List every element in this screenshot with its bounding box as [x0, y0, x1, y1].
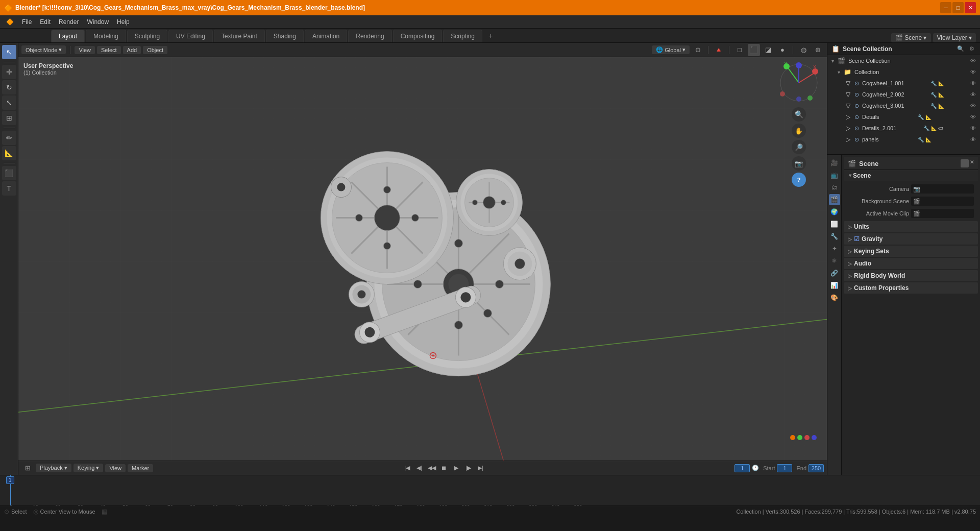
playback-button[interactable]: Playback ▾	[36, 464, 71, 472]
keying-button[interactable]: Keying ▾	[74, 464, 104, 472]
prop-tab-constraints[interactable]: 🔗	[829, 268, 840, 279]
outliner-item-cogwheel-1[interactable]: ▽ ⊙ Cogwheel_1.001 🔧 📐 👁	[827, 78, 980, 89]
gizmos-button[interactable]: ⊕	[812, 44, 824, 56]
menu-file[interactable]: File	[18, 17, 36, 27]
jump-to-start-button[interactable]: |◀	[402, 463, 412, 473]
tab-shading[interactable]: Shading	[266, 30, 304, 42]
tab-rendering[interactable]: Rendering	[348, 30, 391, 42]
outliner-item-panels[interactable]: ▷ ⊙ panels 🔧 📐 👁	[827, 134, 980, 145]
zoom-view-button[interactable]: 🔎	[792, 140, 806, 154]
view-menu-button[interactable]: View	[75, 46, 95, 54]
scene-collection-vis[interactable]: 👁	[970, 58, 976, 64]
prop-tab-view-layer[interactable]: 🗂	[829, 182, 840, 193]
keying-sets-header[interactable]: ▷ Keying Sets	[844, 246, 978, 257]
tool-transform[interactable]: ⊞	[2, 111, 16, 125]
outliner-item-details[interactable]: ▷ ⊙ Details 🔧 📐 👁	[827, 111, 980, 123]
tool-add-text[interactable]: T	[2, 181, 16, 196]
tool-measure[interactable]: 📐	[2, 146, 16, 160]
outliner-item-details2[interactable]: ▷ ⊙ Details_2.001 🔧 📐 🏷 👁	[827, 123, 980, 134]
pan-view-button[interactable]: ✋	[792, 124, 806, 138]
tool-scale[interactable]: ⤡	[2, 95, 16, 110]
object-menu-button[interactable]: Object	[143, 46, 167, 54]
prop-tab-scene[interactable]: 🎬	[829, 194, 840, 205]
jump-to-end-button[interactable]: ▶|	[476, 463, 486, 473]
scene-selector[interactable]: 🎬 Scene ▾	[891, 33, 931, 42]
zoom-to-selected-button[interactable]: 🔍	[792, 107, 806, 122]
tool-move[interactable]: ✛	[2, 65, 16, 79]
custom-properties-header[interactable]: ▷ Custom Properties	[844, 282, 978, 294]
tab-scripting[interactable]: Scripting	[443, 30, 482, 42]
global-shading-button[interactable]: 🌐 Global ▾	[652, 45, 690, 54]
collection-vis[interactable]: 👁	[970, 69, 976, 75]
outliner-item-scene-collection[interactable]: ▾ 🎬 Scene Collection 👁	[827, 55, 980, 66]
bg-scene-value[interactable]: 🎬	[911, 197, 974, 206]
tab-compositing[interactable]: Compositing	[393, 30, 443, 42]
stop-button[interactable]: ◼	[439, 463, 449, 473]
prop-tab-material[interactable]: 🎨	[829, 292, 840, 303]
add-menu-button[interactable]: Add	[123, 46, 141, 54]
menu-edit[interactable]: Edit	[36, 17, 55, 27]
scene-expand-button[interactable]: ✕	[970, 159, 974, 167]
tab-texture-paint[interactable]: Texture Paint	[214, 30, 265, 42]
timeline-view-button[interactable]: View	[105, 464, 126, 472]
play-backward-button[interactable]: ◀◀	[427, 463, 437, 473]
rigid-body-world-header[interactable]: ▷ Rigid Body World	[844, 270, 978, 281]
tab-sculpting[interactable]: Sculpting	[127, 30, 167, 42]
solid-mode-button[interactable]: ⬛	[748, 44, 760, 56]
proportional-edit-icon[interactable]: ⊙	[692, 44, 704, 56]
prop-tab-output[interactable]: 📺	[829, 170, 840, 181]
tool-annotate[interactable]: ✏	[2, 131, 16, 145]
menu-help[interactable]: Help	[113, 17, 134, 27]
outliner-item-collection[interactable]: ▾ 📁 Collection 👁	[827, 66, 980, 78]
close-button[interactable]: ✕	[965, 2, 976, 13]
prop-tab-modifiers[interactable]: 🔧	[829, 231, 840, 242]
outliner-item-cogwheel-3[interactable]: ▽ ⊙ Cogwheel_3.001 🔧 📐 👁	[827, 100, 980, 111]
menu-render[interactable]: Render	[55, 17, 83, 27]
render-mode-button[interactable]: ●	[776, 44, 789, 56]
menu-window[interactable]: Window	[83, 17, 113, 27]
start-frame-input[interactable]: 1	[777, 464, 792, 472]
material-mode-button[interactable]: ◪	[762, 44, 774, 56]
add-workspace-button[interactable]: +	[483, 29, 498, 42]
scene-pin-button[interactable]	[961, 159, 969, 167]
gravity-header[interactable]: ▷ ☑ Gravity	[844, 233, 978, 245]
tab-uv-editing[interactable]: UV Editing	[168, 30, 213, 42]
minimize-button[interactable]: ─	[940, 2, 951, 13]
maximize-button[interactable]: □	[952, 2, 964, 13]
camera-view-button[interactable]: 📷	[792, 156, 806, 171]
outliner-filter-button[interactable]: 🔍	[955, 45, 966, 52]
outliner-item-cogwheel-2[interactable]: ▽ ⊙ Cogwheel_2.002 🔧 📐 👁	[827, 89, 980, 100]
gravity-checkbox[interactable]: ☑	[854, 235, 860, 243]
prop-tab-world[interactable]: 🌍	[829, 206, 840, 218]
tool-rotate[interactable]: ↻	[2, 80, 16, 94]
marker-button[interactable]: Marker	[128, 464, 153, 472]
question-help-button[interactable]: ?	[792, 173, 806, 187]
tool-select[interactable]: ↖	[2, 45, 16, 59]
prop-tab-render[interactable]: 🎥	[829, 157, 840, 168]
viewport-canvas[interactable]: User Perspective (1) Collection X Y	[18, 57, 827, 461]
prop-tab-data[interactable]: 📊	[829, 280, 840, 291]
play-button[interactable]: ▶	[451, 463, 461, 473]
editor-type-button[interactable]: ⊞	[21, 462, 34, 474]
next-keyframe-button[interactable]: |▶	[463, 463, 474, 473]
menu-blender[interactable]: 🔶	[2, 17, 18, 27]
navigation-orb[interactable]: X Y Z	[778, 62, 819, 103]
prop-tab-particles[interactable]: ✦	[829, 243, 840, 254]
tab-animation[interactable]: Animation	[305, 30, 347, 42]
current-frame-display[interactable]: 1	[734, 464, 750, 472]
tab-modeling[interactable]: Modeling	[86, 30, 126, 42]
units-header[interactable]: ▷ Units	[844, 221, 978, 232]
wireframe-mode-button[interactable]: □	[733, 44, 746, 56]
outliner-settings-button[interactable]: ⚙	[968, 45, 976, 52]
prop-tab-object[interactable]: ⬜	[829, 219, 840, 230]
prop-tab-physics[interactable]: ⚛	[829, 255, 840, 267]
overlays-button[interactable]: ◍	[797, 44, 810, 56]
tool-add-cube[interactable]: ⬛	[2, 166, 16, 180]
view-layer-selector[interactable]: View Layer ▾	[933, 33, 976, 42]
object-mode-button[interactable]: Object Mode ▾	[21, 45, 66, 54]
active-clip-value[interactable]: 🎬	[911, 209, 974, 218]
snap-icon[interactable]: 🔺	[713, 44, 725, 56]
end-frame-input[interactable]: 250	[808, 464, 824, 472]
select-menu-button[interactable]: Select	[97, 46, 121, 54]
timeline-ruler[interactable]: 1 1 10 20 30 40 50 60 70 80 90 100 110 1…	[0, 475, 980, 505]
